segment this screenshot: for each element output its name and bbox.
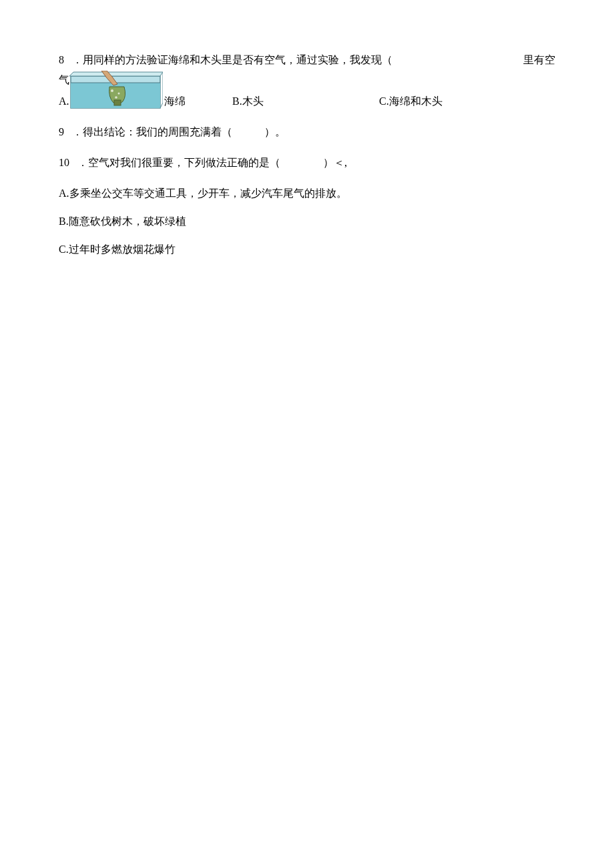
- question-8-number: 8: [59, 52, 64, 68]
- question-10-text: ．空气对我们很重要，下列做法正确的是（ ）＜,: [77, 155, 347, 171]
- option-8a-prefix: A.: [59, 93, 69, 109]
- question-8-tail: 里有空: [497, 52, 555, 68]
- option-8c: C.海绵和木头: [379, 93, 442, 109]
- option-10a: A.多乘坐公交车等交通工具，少开车，减少汽车尾气的排放。: [59, 185, 555, 201]
- question-8-text: ．用同样的方法验证海绵和木头里是否有空气，通过实验，我发现（: [72, 52, 497, 68]
- question-8-qi-char: 气: [59, 72, 69, 88]
- option-8b: B.木头: [232, 93, 379, 109]
- question-8-options: A. 海绵 B.木头 C.海绵和木头: [59, 71, 555, 109]
- svg-point-8: [115, 96, 117, 99]
- option-8a: A. 海绵: [59, 71, 232, 109]
- question-10: 10 ．空气对我们很重要，下列做法正确的是（ ）＜,: [59, 155, 555, 171]
- option-8a-label: 海绵: [164, 93, 186, 109]
- option-10b: B.随意砍伐树木，破坏绿植: [59, 213, 555, 230]
- svg-point-6: [111, 89, 113, 92]
- question-8-stem: 8 ．用同样的方法验证海绵和木头里是否有空气，通过实验，我发现（ 里有空: [59, 52, 555, 68]
- less-than-symbol: ＜,: [334, 157, 347, 168]
- option-10c: C.过年时多燃放烟花爆竹: [59, 242, 555, 258]
- svg-rect-5: [114, 100, 121, 105]
- question-9-text: ．得出结论：我们的周围充满着（ ）。: [72, 124, 286, 140]
- experiment-tank-illustration: [69, 71, 163, 109]
- question-9: 9 ．得出结论：我们的周围充满着（ ）。: [59, 124, 555, 140]
- svg-point-7: [117, 93, 119, 95]
- question-10-number: 10: [59, 155, 69, 171]
- question-9-number: 9: [59, 124, 64, 140]
- question-10-text-before: ．空气对我们很重要，下列做法正确的是（ ）: [77, 157, 334, 168]
